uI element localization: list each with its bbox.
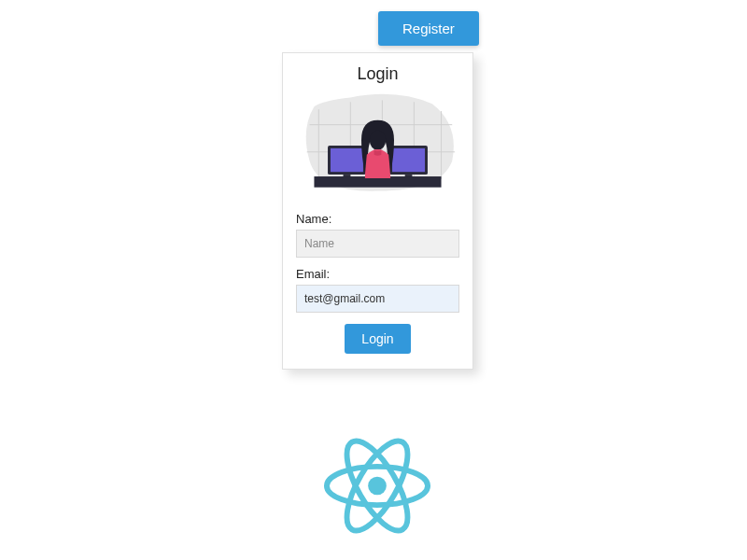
login-card: Login [282, 52, 473, 370]
login-illustration [296, 91, 459, 199]
name-input[interactable] [296, 230, 459, 258]
react-logo-icon [322, 437, 432, 539]
svg-rect-9 [331, 148, 363, 172]
login-button[interactable]: Login [345, 324, 410, 354]
email-field-group: Email: [296, 267, 459, 313]
svg-rect-10 [344, 175, 351, 178]
card-title: Login [296, 64, 459, 84]
svg-point-14 [370, 130, 387, 149]
email-label: Email: [296, 267, 459, 281]
svg-point-18 [368, 477, 387, 496]
email-input[interactable] [296, 285, 459, 313]
name-field-group: Name: [296, 212, 459, 258]
svg-rect-12 [392, 148, 425, 172]
register-button[interactable]: Register [378, 11, 479, 46]
svg-rect-13 [405, 175, 413, 178]
name-label: Name: [296, 212, 459, 226]
